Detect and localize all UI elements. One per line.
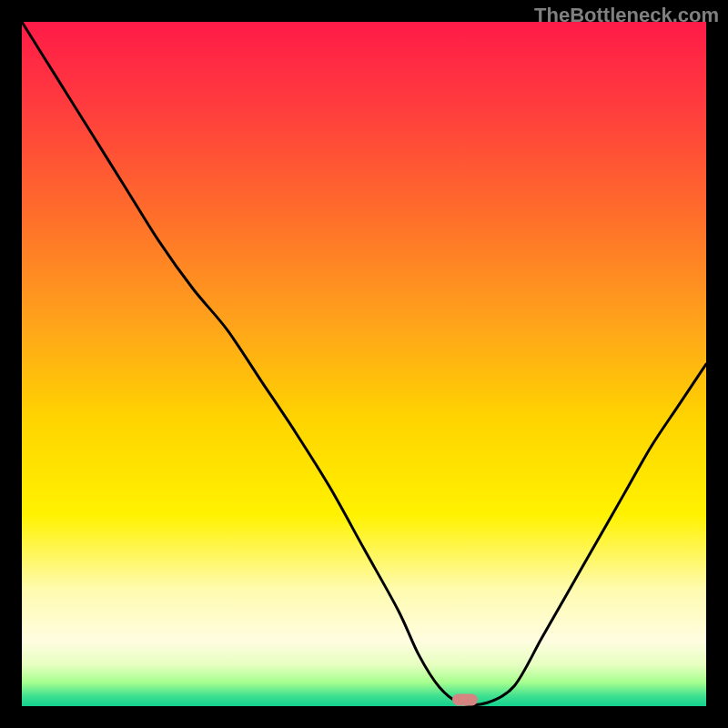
chart-frame: TheBottleneck.com [0,0,728,728]
chart-svg [22,22,706,706]
watermark-text: TheBottleneck.com [534,4,719,27]
plot-area [22,22,706,706]
gradient-background [22,22,706,706]
data-marker [452,694,478,706]
